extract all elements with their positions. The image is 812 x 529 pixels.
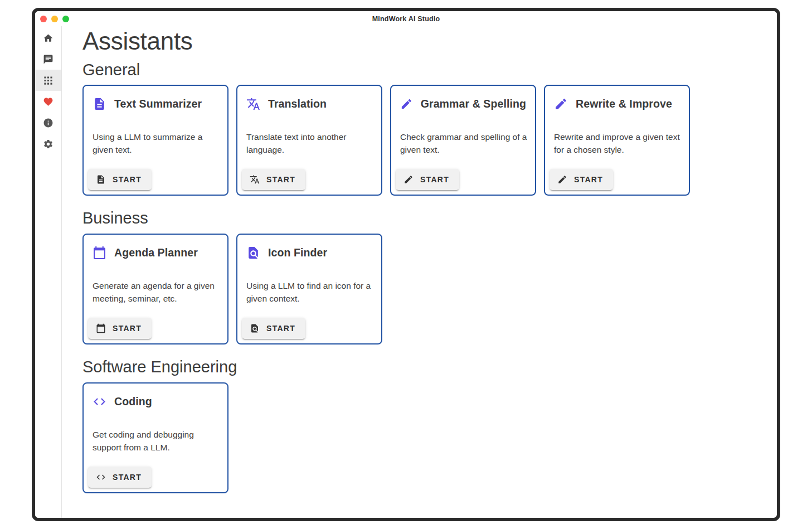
assistant-card: Text SummarizerUsing a LLM to summarize …	[82, 85, 228, 196]
document-icon	[93, 97, 106, 111]
start-button-label: START	[113, 473, 142, 482]
start-button-label: START	[113, 175, 142, 184]
card-header: Rewrite & Improve	[545, 86, 689, 111]
zoom-window-button[interactable]	[62, 16, 69, 22]
card-header: Icon Finder	[237, 235, 381, 260]
home-icon	[43, 33, 54, 43]
info-icon	[43, 118, 54, 128]
document-icon	[96, 174, 106, 185]
assistant-card-title: Grammar & Spelling	[421, 98, 526, 110]
sidebar-item-chats[interactable]	[35, 48, 61, 70]
sidebar-item-settings[interactable]	[35, 133, 61, 154]
section-heading: General	[82, 61, 766, 79]
assistant-card-description: Translate text into another language.	[246, 131, 375, 156]
card-header: Coding	[84, 384, 227, 409]
section-heading: Business	[82, 210, 766, 227]
start-button-label: START	[420, 175, 449, 184]
minimize-window-button[interactable]	[51, 16, 58, 22]
pencil-icon	[557, 174, 567, 185]
app-window: MindWork AI Studio Assistants GeneralTex…	[32, 8, 780, 521]
cards-row: Agenda PlannerGenerate an agenda for a g…	[82, 234, 766, 344]
assistant-card-description: Get coding and debugging support from a …	[93, 429, 221, 454]
page-title: Assistants	[82, 27, 766, 56]
translate-icon	[246, 97, 260, 111]
card-header: Grammar & Spelling	[391, 86, 535, 111]
start-button[interactable]: START	[88, 318, 152, 339]
code-icon	[93, 395, 106, 409]
sidebar-item-about[interactable]	[35, 112, 61, 133]
section-heading: Software Engineering	[82, 358, 766, 376]
assistant-card: Rewrite & ImproveRewrite and improve a g…	[544, 85, 690, 196]
card-actions: START	[84, 313, 227, 343]
assistant-card-title: Icon Finder	[268, 246, 327, 259]
translate-icon	[250, 174, 260, 185]
assistant-card-description: Rewrite and improve a given text for a c…	[554, 131, 682, 156]
start-button[interactable]: START	[550, 169, 613, 190]
assistant-card-description: Check grammar and spelling of a given te…	[400, 131, 528, 156]
start-button-label: START	[113, 324, 142, 333]
start-button-label: START	[574, 175, 603, 184]
title-bar: MindWork AI Studio	[35, 11, 777, 26]
card-header: Text Summarizer	[84, 86, 227, 111]
card-header: Agenda Planner	[84, 235, 227, 260]
card-actions: START	[545, 164, 689, 195]
calendar-icon	[93, 246, 106, 260]
start-button-label: START	[266, 175, 295, 184]
sidebar-item-assistants[interactable]	[35, 70, 61, 91]
card-actions: START	[391, 164, 535, 195]
card-actions: START	[237, 164, 381, 195]
window-title: MindWork AI Studio	[35, 15, 777, 23]
assistant-card-description: Generate an agenda for a given meeting, …	[93, 280, 221, 305]
assistant-card-title: Text Summarizer	[114, 98, 202, 110]
code-icon	[96, 472, 106, 482]
main-row: Assistants GeneralText SummarizerUsing a…	[35, 26, 777, 518]
card-actions: START	[84, 164, 227, 195]
start-button[interactable]: START	[88, 169, 152, 190]
sections-container: GeneralText SummarizerUsing a LLM to sum…	[82, 61, 766, 494]
card-header: Translation	[237, 86, 381, 111]
apps-grid-icon	[43, 75, 54, 86]
assistant-card-title: Agenda Planner	[114, 246, 198, 259]
assistant-card: CodingGet coding and debugging support f…	[82, 382, 228, 493]
start-button-label: START	[266, 324, 295, 333]
sidebar-item-home[interactable]	[35, 27, 61, 48]
find-in-page-icon	[246, 246, 260, 260]
calendar-icon	[96, 323, 106, 333]
gear-icon	[43, 139, 54, 149]
assistant-card-description: Using a LLM to find an icon for a given …	[246, 280, 375, 305]
traffic-lights	[40, 16, 69, 22]
card-actions: START	[237, 313, 381, 343]
content-area: Assistants GeneralText SummarizerUsing a…	[62, 26, 777, 518]
cards-row: Text SummarizerUsing a LLM to summarize …	[82, 85, 766, 196]
sidebar	[35, 26, 62, 518]
cards-row: CodingGet coding and debugging support f…	[82, 382, 766, 493]
start-button[interactable]: START	[242, 318, 305, 339]
assistant-card: TranslationTranslate text into another l…	[236, 85, 382, 196]
assistant-card-title: Coding	[114, 395, 152, 408]
pencil-icon	[400, 97, 413, 111]
sidebar-item-favorites[interactable]	[35, 91, 61, 112]
start-button[interactable]: START	[242, 169, 305, 190]
assistant-card-title: Translation	[268, 98, 327, 110]
pencil-icon	[403, 174, 414, 185]
chat-icon	[43, 54, 54, 65]
assistant-card: Grammar & SpellingCheck grammar and spel…	[390, 85, 536, 196]
assistant-card-description: Using a LLM to summarize a given text.	[93, 131, 221, 156]
assistant-card-title: Rewrite & Improve	[576, 98, 672, 110]
heart-icon	[43, 96, 54, 107]
assistant-card: Icon FinderUsing a LLM to find an icon f…	[236, 234, 382, 344]
assistant-card: Agenda PlannerGenerate an agenda for a g…	[82, 234, 228, 344]
start-button[interactable]: START	[396, 169, 459, 190]
pencil-icon	[554, 97, 568, 111]
find-in-page-icon	[250, 323, 260, 333]
close-window-button[interactable]	[40, 16, 47, 22]
card-actions: START	[84, 462, 227, 492]
start-button[interactable]: START	[88, 467, 152, 488]
